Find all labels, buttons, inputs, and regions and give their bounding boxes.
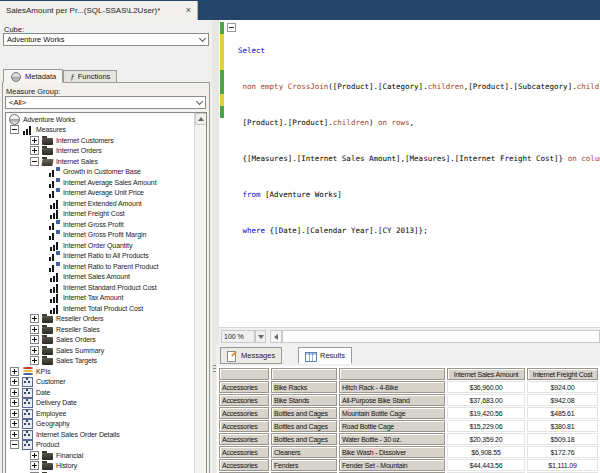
value-cell[interactable]: $20,359.20 [447,433,525,445]
expand-icon[interactable] [30,335,39,344]
expand-icon[interactable] [30,451,39,460]
row-header-cell[interactable]: Bottles and Cages [271,433,337,445]
value-cell[interactable]: $485.61 [527,407,598,419]
row-header-cell[interactable]: Fender Set - Mountain [339,459,445,471]
tree-item[interactable]: Internet Sales Amount [6,272,194,283]
tree-item[interactable]: Sales Orders [6,335,194,346]
expand-icon[interactable] [10,388,19,397]
expand-icon[interactable] [30,346,39,355]
tree-vertical-scrollbar[interactable] [194,113,206,473]
expand-icon[interactable] [30,136,39,145]
tree-item[interactable]: Internet Ratio to Parent Product [6,261,194,272]
hscroll-left-button[interactable] [270,330,282,343]
collapse-icon[interactable] [10,125,19,134]
expand-icon[interactable] [10,367,19,376]
grid-header-cell[interactable] [339,368,445,380]
expand-icon[interactable] [30,356,39,365]
tree-item[interactable]: Sales Summary [6,345,194,356]
expand-icon[interactable] [30,146,39,155]
expand-icon[interactable] [30,325,39,334]
tree-item[interactable]: Internet Order Quantity [6,240,194,251]
value-cell[interactable]: $172.76 [527,446,598,458]
tree-item[interactable]: Employee [6,408,194,419]
value-cell[interactable]: $924.00 [527,381,598,393]
row-header-cell[interactable]: Bottles and Cages [271,420,337,432]
tree-item[interactable]: Reseller Sales [6,324,194,335]
row-header-cell[interactable]: Cleaners [271,446,337,458]
tree-item[interactable]: Internet Freight Cost [6,209,194,220]
row-header-cell[interactable]: Accessories [219,446,269,458]
value-cell[interactable]: $942.08 [527,394,598,406]
collapse-icon[interactable] [30,157,39,166]
value-cell[interactable]: $509.18 [527,433,598,445]
expand-icon[interactable] [10,430,19,439]
value-cell[interactable]: $15,229.06 [447,420,525,432]
row-header-cell[interactable]: Bike Stands [271,394,337,406]
tree-item[interactable]: Internet Average Unit Price [6,188,194,199]
scroll-up-button[interactable] [195,113,207,125]
code-fold-collapse-icon[interactable] [227,23,236,32]
expand-icon[interactable] [10,398,19,407]
value-cell[interactable]: $6,908.55 [447,446,525,458]
grid-header-cell[interactable] [271,368,337,380]
value-cell[interactable]: $37,683.00 [447,394,525,406]
grid-header-cell[interactable] [219,368,269,380]
tab-metadata[interactable]: Metadata [3,69,63,83]
expand-icon[interactable] [10,419,19,428]
row-header-cell[interactable]: Mountain Bottle Cage [339,407,445,419]
editor-zoom-select[interactable]: 100 % [221,330,255,343]
query-text[interactable]: Select non empty CrossJoin([Product].[Ca… [238,21,600,261]
tree-item[interactable]: Internet Average Sales Amount [6,177,194,188]
tab-messages[interactable]: Messages [220,347,282,364]
tree-item-cube-root[interactable]: Adventure Works [6,114,194,125]
row-header-cell[interactable]: Accessories [219,420,269,432]
grid-header-cell[interactable]: Internet Freight Cost [527,368,598,380]
tree-item[interactable]: Internet Ratio to All Products [6,251,194,262]
tree-item[interactable]: Internet Standard Product Cost [6,282,194,293]
tree-item[interactable]: Geography [6,419,194,430]
tree-item-kpis[interactable]: KPIs [6,366,194,377]
row-header-cell[interactable]: Bike Racks [271,381,337,393]
tree-item[interactable]: Customer [6,377,194,388]
tree-item-product[interactable]: Product [6,440,194,451]
row-header-cell[interactable]: Road Bottle Cage [339,420,445,432]
measure-group-select[interactable]: <All> [5,96,206,109]
horizontal-scrollbar[interactable] [282,330,600,343]
row-header-cell[interactable]: Water Bottle - 30 oz. [339,433,445,445]
row-header-cell[interactable]: Accessories [219,381,269,393]
tree-item[interactable]: Sales Targets [6,356,194,367]
tree-item[interactable]: Internet Gross Profit [6,219,194,230]
tree-item[interactable]: Internet Sales [6,156,194,167]
row-header-cell[interactable]: Accessories [219,407,269,419]
tree-item[interactable]: Internet Customers [6,135,194,146]
tree-item[interactable]: Growth in Customer Base [6,167,194,178]
tab-results[interactable]: Results [298,347,352,364]
expand-icon[interactable] [10,409,19,418]
row-header-cell[interactable]: Bottles and Cages [271,407,337,419]
close-icon[interactable]: × [180,6,191,15]
row-header-cell[interactable]: Accessories [219,433,269,445]
collapse-icon[interactable] [10,440,19,449]
mdx-query-editor[interactable]: Select non empty CrossJoin([Product].[Ca… [219,20,600,327]
expand-icon[interactable] [30,314,39,323]
document-tab[interactable]: SalesAmount per Pr...(SQL-SSAS\L2User)* … [0,1,198,20]
value-cell[interactable]: $380.81 [527,420,598,432]
expand-icon[interactable] [10,377,19,386]
tree-item-measures[interactable]: Measures [6,125,194,136]
grid-header-cell[interactable]: Internet Sales Amount [447,368,525,380]
row-header-cell[interactable]: Hitch Rack - 4-Bike [339,381,445,393]
row-header-cell[interactable]: All-Purpose Bike Stand [339,394,445,406]
row-header-cell[interactable]: Accessories [219,459,269,471]
editor-zoom-dropdown[interactable] [255,330,266,343]
value-cell[interactable]: $1,111.09 [527,459,598,471]
tree-item[interactable]: History [6,461,194,472]
value-cell[interactable]: $44,443.56 [447,459,525,471]
cube-select[interactable]: Adventure Works [3,33,209,46]
row-header-cell[interactable]: Fenders [271,459,337,471]
tree-item[interactable]: Delivery Date [6,398,194,409]
tree-item[interactable]: Internet Extended Amount [6,198,194,209]
tree-item[interactable]: Internet Gross Profit Margin [6,230,194,241]
expand-icon[interactable] [30,461,39,470]
tree-item[interactable]: Internet Tax Amount [6,293,194,304]
tree-item[interactable]: Financial [6,450,194,461]
